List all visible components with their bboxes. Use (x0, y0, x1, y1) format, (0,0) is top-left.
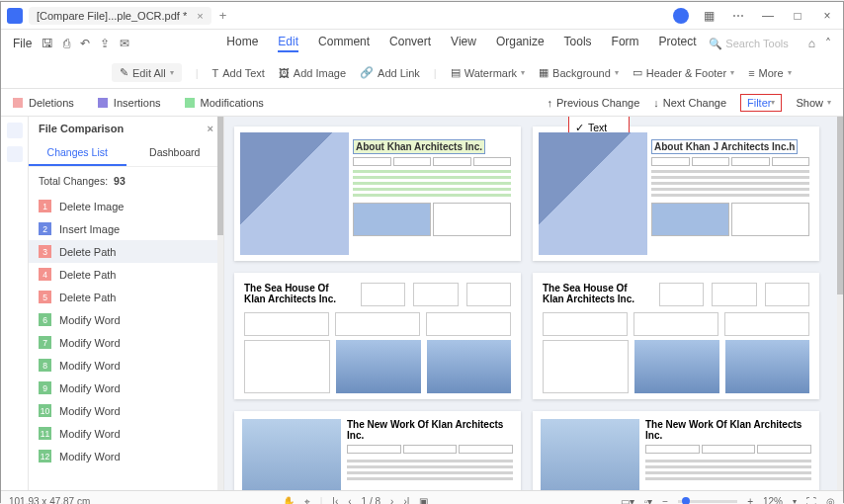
first-page-icon[interactable]: |‹ (332, 496, 338, 504)
link-icon: 🔗 (360, 66, 374, 79)
change-label: Modify Word (59, 428, 121, 440)
change-number-badge: 2 (39, 222, 51, 235)
page-1b-title: About Khan J Architects Inc.h (651, 139, 798, 154)
previous-change-button[interactable]: ↑ Previous Change (547, 97, 639, 109)
rail-icon-1[interactable] (7, 123, 23, 138)
image-icon: 🖼 (279, 67, 290, 79)
cloud-icon[interactable]: ⌂ (808, 37, 815, 50)
change-item[interactable]: 10Modify Word (29, 399, 223, 422)
content-scrollbar[interactable] (837, 117, 843, 490)
change-item[interactable]: 9Modify Word (29, 377, 223, 399)
menu-tools[interactable]: Tools (564, 35, 592, 52)
chevron-up-icon[interactable]: ˄ (825, 37, 831, 50)
next-change-button[interactable]: ↓ Next Change (653, 97, 726, 109)
close-button[interactable]: × (817, 9, 837, 23)
add-link-button[interactable]: 🔗 Add Link (360, 66, 420, 79)
menu-edit[interactable]: Edit (278, 35, 298, 52)
page-image (242, 419, 341, 490)
undo-icon[interactable]: ↶ (80, 37, 90, 50)
left-rail (1, 117, 29, 490)
next-page-icon[interactable]: › (390, 496, 393, 504)
change-item[interactable]: 3Delete Path (29, 240, 223, 263)
page-3-left[interactable]: The New Work Of Klan Architects Inc. (234, 411, 521, 490)
edit-all-button[interactable]: ✎ Edit All (112, 63, 182, 82)
file-menu[interactable]: File (13, 37, 32, 50)
save-icon[interactable]: 🖫 (42, 37, 53, 50)
menu-organize[interactable]: Organize (496, 35, 545, 52)
more-button[interactable]: ≡ More (748, 67, 791, 79)
document-tab[interactable]: [Compare File]...ple_OCR.pdf * × (29, 7, 211, 25)
fit-page-icon[interactable]: ▫▾ (644, 496, 653, 504)
watermark-icon: ▤ (451, 66, 461, 79)
zoom-slider[interactable] (678, 500, 737, 503)
menu-view[interactable]: View (451, 35, 476, 52)
tab-dashboard[interactable]: Dashboard (127, 140, 224, 166)
zoom-in-icon[interactable]: + (747, 496, 753, 504)
menu-protect[interactable]: Protect (659, 35, 697, 52)
fullscreen-icon[interactable]: ⛶ (806, 496, 816, 504)
menu-convert[interactable]: Convert (389, 35, 431, 52)
fit-width-icon[interactable]: ▭▾ (621, 496, 634, 504)
change-item[interactable]: 11Modify Word (29, 422, 223, 445)
sidebar-scrollbar[interactable] (217, 117, 223, 490)
change-item[interactable]: 6Modify Word (29, 308, 223, 331)
legend-deletions: Deletions (13, 97, 74, 109)
change-label: Modify Word (59, 314, 121, 326)
tab-changes-list[interactable]: Changes List (29, 140, 127, 166)
header-footer-button[interactable]: ▭ Header & Footer (633, 66, 734, 79)
change-item[interactable]: 2Insert Image (29, 217, 223, 240)
search-tools[interactable]: 🔍 Search Tools (709, 38, 788, 50)
last-page-icon[interactable]: ›| (403, 496, 409, 504)
change-label: Delete Image (59, 201, 124, 212)
change-item[interactable]: 4Delete Path (29, 263, 223, 286)
add-image-button[interactable]: 🖼 Add Image (279, 67, 346, 79)
minimize-button[interactable]: — (758, 9, 778, 23)
change-number-badge: 9 (39, 381, 51, 394)
page-3-right[interactable]: The New Work Of Klan Architects Inc. (533, 411, 819, 490)
header-icon: ▭ (633, 66, 642, 79)
change-label: Delete Path (59, 269, 116, 281)
page-2b-title: The Sea House Of Klan Architects Inc. (543, 283, 651, 304)
rail-icon-2[interactable] (7, 146, 23, 162)
toolbar-divider: | (434, 67, 437, 79)
change-item[interactable]: 7Modify Word (29, 331, 223, 354)
hand-tool-icon[interactable]: ✋ (283, 496, 295, 504)
watermark-button[interactable]: ▤ Watermark (451, 66, 525, 79)
user-avatar[interactable] (673, 8, 689, 24)
change-item[interactable]: 1Delete Image (29, 195, 223, 217)
page-2-right[interactable]: The Sea House Of Klan Architects Inc. (533, 273, 819, 399)
mail-icon[interactable]: ✉ (120, 37, 129, 50)
maximize-button[interactable]: □ (788, 9, 807, 23)
filter-button[interactable]: Filter (740, 94, 782, 112)
share-icon[interactable]: ⇪ (100, 37, 110, 50)
page-2-left[interactable]: The Sea House Of Klan Architects Inc. (234, 273, 521, 399)
change-label: Delete Path (59, 246, 116, 258)
change-item[interactable]: 12Modify Word (29, 445, 223, 467)
change-item[interactable]: 5Delete Path (29, 286, 223, 308)
change-label: Modify Word (59, 360, 121, 372)
print-icon[interactable]: ⎙ (63, 37, 70, 50)
page-1-left[interactable]: About Khan Architects Inc. (234, 126, 521, 261)
zoom-out-icon[interactable]: − (662, 496, 668, 504)
add-text-button[interactable]: T Add Text (212, 67, 265, 79)
page-indicator[interactable]: 1 / 8 (362, 496, 380, 504)
sidebar-close-icon[interactable]: × (208, 123, 213, 134)
reading-mode-icon[interactable]: ▣ (419, 496, 428, 504)
menu-form[interactable]: Form (612, 35, 639, 52)
text-icon: T (212, 67, 219, 79)
page-1-right[interactable]: About Khan J Architects Inc.h (533, 126, 819, 261)
show-button[interactable]: Show (796, 97, 831, 109)
menu-home[interactable]: Home (226, 35, 258, 52)
settings-icon[interactable]: ◎ (826, 496, 835, 504)
select-tool-icon[interactable]: ⌖ (304, 496, 310, 505)
options-icon[interactable]: ⋯ (728, 9, 748, 23)
zoom-value[interactable]: 12% (763, 496, 783, 504)
new-tab-button[interactable]: + (219, 8, 227, 23)
prev-page-icon[interactable]: ‹ (348, 496, 351, 504)
change-number-badge: 5 (39, 291, 51, 303)
background-button[interactable]: ▦ Background (539, 66, 619, 79)
change-item[interactable]: 8Modify Word (29, 354, 223, 377)
tab-close-icon[interactable]: × (197, 10, 203, 22)
grid-icon[interactable]: ▦ (699, 9, 718, 23)
menu-comment[interactable]: Comment (318, 35, 370, 52)
